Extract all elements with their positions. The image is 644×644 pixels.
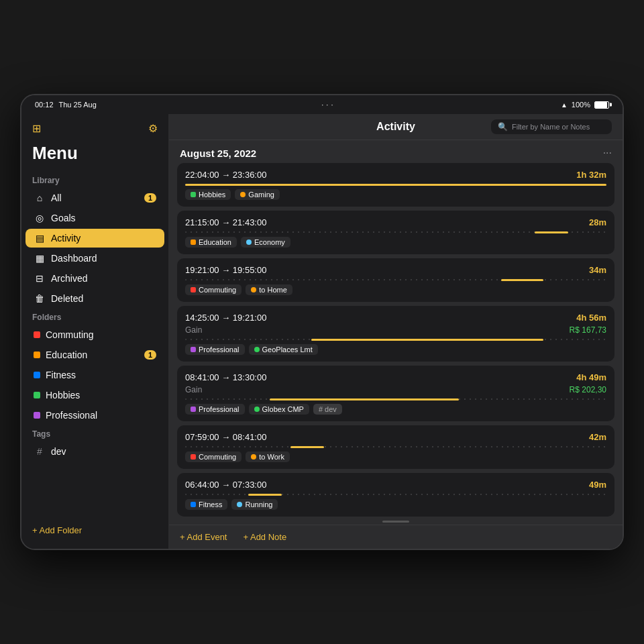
- gain-amount: R$ 167,73: [570, 325, 606, 335]
- sidebar-item-goals[interactable]: ◎ Goals: [25, 209, 164, 227]
- folders-section-label: Folders: [21, 309, 168, 325]
- tag-label: Professional: [199, 345, 239, 354]
- library-section-label: Library: [21, 172, 168, 188]
- commuting-folder-label: Commuting: [46, 329, 156, 340]
- gain-row: Gain R$ 167,73: [185, 325, 606, 335]
- sidebar: ⊞ ⚙ Menu Library ⌂ All 1 ◎ Goals ▤ Activ…: [21, 114, 169, 549]
- scrollbar-indicator: [382, 521, 409, 523]
- tag-color-dot: [191, 192, 196, 197]
- timeline-fill: [501, 279, 543, 281]
- education-folder-label: Education: [46, 350, 139, 360]
- card-duration: 28m: [589, 217, 606, 227]
- activity-card[interactable]: 06:44:00 → 07:33:00 49m Fitness Ru: [177, 473, 614, 517]
- activity-card[interactable]: 07:59:00 → 08:41:00 42m Commuting: [177, 425, 614, 469]
- professional-folder-dot: [34, 412, 40, 419]
- activity-icon: ▤: [34, 233, 46, 244]
- tag-pill: Commuting: [185, 451, 241, 462]
- date-text: August 25, 2022: [180, 148, 256, 159]
- timeline-bar: [185, 231, 606, 233]
- commuting-folder-dot: [34, 331, 40, 338]
- dots-indicator: ···: [321, 101, 335, 109]
- tag-label: Globex CMP: [262, 405, 304, 413]
- sidebar-item-deleted[interactable]: 🗑 Deleted: [25, 289, 164, 308]
- settings-gear-icon[interactable]: ⚙: [148, 122, 158, 135]
- tag-pill: to Work: [246, 451, 290, 462]
- status-center: ···: [321, 101, 335, 109]
- sidebar-top-icons: ⊞ ⚙: [21, 122, 168, 135]
- sidebar-folder-commuting[interactable]: Commuting: [25, 325, 164, 344]
- tag-label: Hobbies: [199, 191, 225, 199]
- tag-label: Professional: [199, 405, 239, 413]
- sidebar-item-all[interactable]: ⌂ All 1: [25, 189, 164, 207]
- tag-color-dot: [191, 239, 196, 245]
- gain-label: Gain: [185, 385, 202, 394]
- all-badge: 1: [144, 193, 156, 203]
- tag-pill: Professional: [185, 344, 245, 355]
- tag-pill: Hobbies: [185, 189, 231, 200]
- tag-label: Running: [245, 500, 272, 508]
- sidebar-folder-fitness[interactable]: Fitness: [25, 366, 164, 384]
- sidebar-item-archived[interactable]: ⊟ Archived: [25, 269, 164, 288]
- card-time-range: 21:15:00 → 21:43:00: [185, 217, 266, 227]
- card-tags: Commuting to Work: [185, 451, 606, 462]
- archived-label: Archived: [51, 273, 156, 284]
- wifi-icon: ▲: [561, 101, 568, 109]
- sidebar-folder-hobbies[interactable]: Hobbies: [25, 386, 164, 405]
- sidebar-folder-professional[interactable]: Professional: [25, 406, 164, 425]
- add-event-button[interactable]: + Add Event: [180, 532, 227, 542]
- app-body: ⊞ ⚙ Menu Library ⌂ All 1 ◎ Goals ▤ Activ…: [21, 114, 623, 549]
- sidebar-toggle-icon[interactable]: ⊞: [32, 122, 41, 135]
- filter-bar[interactable]: 🔍 Filter by Name or Notes: [491, 119, 612, 134]
- card-time-range: 08:41:00 → 13:30:00: [185, 372, 266, 382]
- card-header-row: 14:25:00 → 19:21:00 4h 56m: [185, 313, 606, 323]
- main-title: Activity: [301, 121, 491, 133]
- dev-tag-label: dev: [51, 446, 156, 457]
- card-tags: Fitness Running: [185, 499, 606, 510]
- card-tags: Professional Globex CMP # dev: [185, 404, 606, 415]
- trash-icon: 🗑: [34, 293, 46, 304]
- tag-pill: Economy: [241, 237, 290, 248]
- gain-amount: R$ 202,30: [570, 385, 606, 394]
- add-note-button[interactable]: + Add Note: [243, 532, 286, 542]
- tag-label: Commuting: [199, 286, 236, 294]
- status-right: ▲ 100%: [561, 101, 609, 109]
- hash-icon: #: [34, 446, 46, 457]
- tag-color-dot: [240, 192, 246, 197]
- date-header: August 25, 2022 ···: [177, 140, 614, 163]
- tag-color-dot: [246, 239, 252, 245]
- card-tags: Education Economy: [185, 237, 606, 248]
- activity-label: Activity: [51, 233, 156, 244]
- timeline-bar: [185, 279, 606, 280]
- add-folder-button[interactable]: + Add Folder: [32, 525, 158, 535]
- fitness-folder-label: Fitness: [46, 370, 156, 380]
- activity-card[interactable]: 22:04:00 → 23:36:00 1h 32m Hobbies: [177, 163, 614, 207]
- tag-color-dot: [191, 454, 196, 460]
- tag-color-dot: [254, 347, 260, 352]
- filter-placeholder: Filter by Name or Notes: [512, 123, 590, 131]
- goals-icon: ◎: [34, 213, 46, 223]
- sidebar-bottom: + Add Folder: [21, 520, 168, 541]
- tag-color-dot: [251, 287, 256, 292]
- sidebar-item-activity[interactable]: ▤ Activity: [25, 229, 164, 248]
- date-more-icon[interactable]: ···: [603, 147, 612, 159]
- tag-pill: to Home: [246, 284, 292, 295]
- sidebar-tag-dev[interactable]: # dev: [25, 442, 164, 461]
- timeline-fill: [311, 339, 543, 341]
- sidebar-item-dashboard[interactable]: ▦ Dashboard: [25, 249, 164, 268]
- activity-card[interactable]: 19:21:00 → 19:55:00 34m Commuting: [177, 258, 614, 302]
- timeline-bar: [185, 494, 606, 495]
- tag-pill: Fitness: [185, 499, 227, 510]
- activity-card[interactable]: 21:15:00 → 21:43:00 28m Education: [177, 211, 614, 254]
- tag-label: Education: [199, 238, 231, 246]
- status-left: 00:12 Thu 25 Aug: [35, 101, 97, 109]
- tag-color-dot: [254, 407, 260, 412]
- education-folder-dot: [34, 352, 40, 358]
- activity-card[interactable]: 08:41:00 → 13:30:00 4h 49m Gain R$ 202,3…: [177, 366, 614, 421]
- timeline-bar: [185, 339, 606, 340]
- sidebar-folder-education[interactable]: Education 1: [25, 345, 164, 364]
- add-event-label: + Add Event: [180, 532, 227, 542]
- device-frame: 00:12 Thu 25 Aug ··· ▲ 100% ⊞ ⚙ Menu Lib…: [20, 94, 624, 550]
- activity-card[interactable]: 14:25:00 → 19:21:00 4h 56m Gain R$ 167,7…: [177, 306, 614, 362]
- card-header-row: 22:04:00 → 23:36:00 1h 32m: [185, 170, 606, 180]
- tags-section-label: Tags: [21, 425, 168, 441]
